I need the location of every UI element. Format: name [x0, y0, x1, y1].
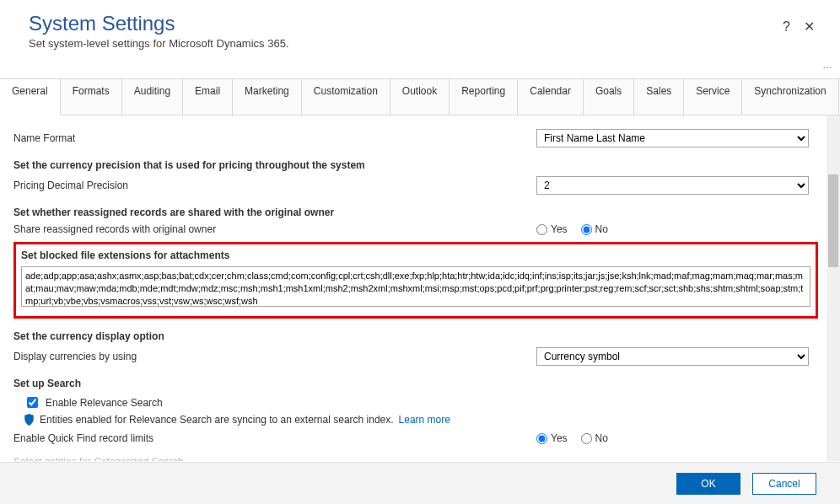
- yes-label: Yes: [551, 432, 568, 444]
- share-reassigned-radios: Yes No: [536, 223, 608, 235]
- relevance-info-text: Entities enabled for Relevance Search ar…: [40, 414, 394, 426]
- tab-customization[interactable]: Customization: [302, 79, 390, 115]
- tab-marketing[interactable]: Marketing: [233, 79, 302, 115]
- shield-icon: [24, 414, 35, 426]
- share-reassigned-no-radio[interactable]: [581, 224, 592, 235]
- scroll-thumb[interactable]: [828, 174, 838, 267]
- tabs-bar: GeneralFormatsAuditingEmailMarketingCust…: [0, 78, 840, 115]
- help-icon[interactable]: ?: [783, 19, 790, 35]
- blocked-extensions-heading: Set blocked file extensions for attachme…: [21, 249, 810, 261]
- cutoff-row-label: Select entities for Categorized Search: [13, 456, 818, 461]
- close-icon[interactable]: ✕: [804, 19, 815, 35]
- page-title: System Settings: [29, 12, 811, 35]
- currency-display-heading: Set the currency display option: [13, 330, 818, 342]
- search-heading: Set up Search: [13, 378, 818, 389]
- name-format-select[interactable]: First Name Last Name: [536, 129, 809, 147]
- content-area: Name Format First Name Last Name Set the…: [0, 115, 840, 461]
- tab-calendar[interactable]: Calendar: [518, 79, 584, 115]
- tab-email[interactable]: Email: [183, 79, 233, 115]
- ok-button[interactable]: OK: [676, 473, 740, 495]
- blocked-extensions-input[interactable]: [21, 266, 810, 307]
- tab-auditing[interactable]: Auditing: [122, 79, 183, 115]
- reassigned-heading: Set whether reassigned records are share…: [13, 206, 818, 218]
- tab-service[interactable]: Service: [684, 79, 742, 115]
- share-reassigned-yes-radio[interactable]: [536, 224, 547, 235]
- tab-general[interactable]: General: [0, 79, 61, 115]
- share-reassigned-label: Share reassigned records with original o…: [13, 223, 536, 235]
- tab-synchronization[interactable]: Synchronization: [742, 79, 838, 115]
- blocked-extensions-highlight: Set blocked file extensions for attachme…: [13, 242, 818, 319]
- yes-label: Yes: [551, 223, 568, 235]
- currency-precision-heading: Set the currency precision that is used …: [13, 159, 818, 171]
- pricing-decimal-select[interactable]: 2: [536, 176, 809, 195]
- quick-find-label: Enable Quick Find record limits: [13, 432, 536, 444]
- cancel-button[interactable]: Cancel: [752, 473, 816, 495]
- quick-find-yes-radio[interactable]: [536, 433, 547, 444]
- tab-outlook[interactable]: Outlook: [390, 79, 450, 115]
- quick-find-no-radio[interactable]: [581, 433, 592, 444]
- pricing-decimal-label: Pricing Decimal Precision: [13, 180, 536, 191]
- footer: OK Cancel: [0, 462, 840, 504]
- tab-goals[interactable]: Goals: [584, 79, 634, 115]
- quick-find-radios: Yes No: [536, 432, 608, 444]
- enable-relevance-checkbox[interactable]: [27, 397, 38, 408]
- display-currencies-label: Display currencies by using: [13, 351, 536, 362]
- no-label: No: [595, 223, 608, 235]
- tab-formats[interactable]: Formats: [61, 79, 122, 115]
- enable-relevance-label: Enable Relevance Search: [46, 397, 163, 409]
- tab-reporting[interactable]: Reporting: [450, 79, 518, 115]
- page-subtitle: Set system-level settings for Microsoft …: [29, 37, 811, 50]
- name-format-label: Name Format: [13, 132, 536, 144]
- overflow-icon[interactable]: …: [822, 59, 833, 71]
- no-label: No: [595, 432, 608, 444]
- scrollbar[interactable]: [827, 115, 840, 461]
- tab-sales[interactable]: Sales: [634, 79, 684, 115]
- display-currencies-select[interactable]: Currency symbol: [536, 347, 809, 366]
- learn-more-link[interactable]: Learn more: [399, 414, 450, 426]
